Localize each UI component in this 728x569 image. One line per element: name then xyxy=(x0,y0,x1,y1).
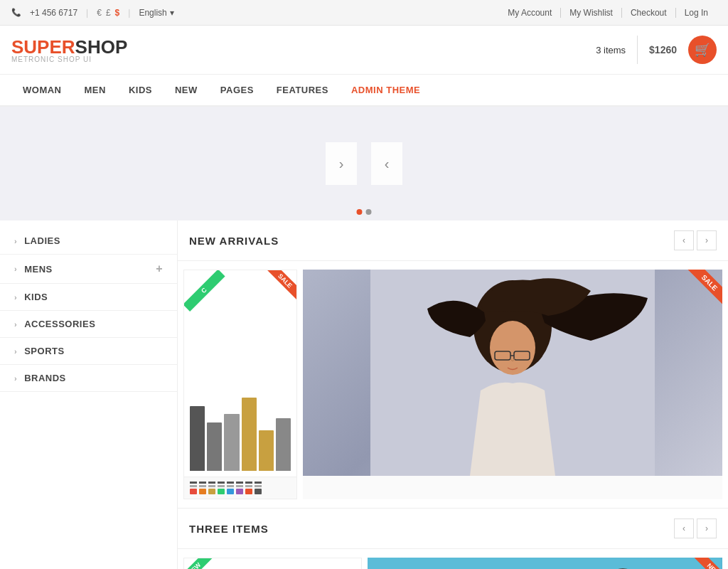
top-bar-left: 📞 +1 456 6717 | € £ $ | English ▾ xyxy=(11,8,174,18)
sidebar-item-mens-label: MENS xyxy=(24,264,53,275)
cart-icon: 🛒 xyxy=(695,42,710,58)
chevron-right-icon-6: › xyxy=(14,374,17,383)
new-arrivals-grid: C SALE xyxy=(178,261,728,508)
currency-group: € £ $ xyxy=(97,8,119,18)
three-item-card-1[interactable]: NEW xyxy=(183,558,362,569)
color-bar-6 xyxy=(276,418,291,471)
slider-next-arrow[interactable]: › xyxy=(326,142,357,185)
three-items-nav: ‹ › xyxy=(674,519,717,538)
three-items-prev[interactable]: ‹ xyxy=(674,519,694,538)
slider-dot-1[interactable] xyxy=(357,209,363,215)
product-card-featured[interactable]: SALE xyxy=(303,270,722,499)
three-items-header: THREE ITEMS ‹ › xyxy=(178,509,728,549)
slider-dots xyxy=(357,209,372,215)
sale-badge: SALE xyxy=(267,270,296,299)
three-items-title: THREE ITEMS xyxy=(189,523,269,535)
nav-kids[interactable]: KIDS xyxy=(117,75,164,105)
currency-gbp[interactable]: £ xyxy=(106,8,111,18)
sidebar-item-kids[interactable]: › KIDS xyxy=(0,284,177,311)
nav-new[interactable]: NEW xyxy=(164,75,209,105)
sidebar-item-brands[interactable]: › BRANDS xyxy=(0,365,177,392)
cart-price: $1260 xyxy=(649,44,677,55)
sidebar-item-sports-label: SPORTS xyxy=(24,346,64,356)
cart-area: 3 items $1260 🛒 xyxy=(596,36,717,64)
slider-dot-2[interactable] xyxy=(366,209,372,215)
cart-item-count: 3 items xyxy=(596,45,626,55)
chevron-down-icon: ▾ xyxy=(170,8,174,18)
nav-pages[interactable]: PAGES xyxy=(209,75,265,105)
sidebar-item-sports[interactable]: › SPORTS xyxy=(0,338,177,365)
nav-admin-theme[interactable]: ADMIN THEME xyxy=(340,75,432,105)
logo[interactable]: SUPERSHOP METRONIC SHOP UI xyxy=(11,36,127,63)
chevron-right-icon-5: › xyxy=(14,347,17,356)
swatch-1 xyxy=(190,482,197,484)
new-arrivals-next[interactable]: › xyxy=(697,230,717,250)
hero-slider: › ‹ xyxy=(0,107,728,220)
swatches-area-1 xyxy=(184,477,296,499)
new-arrivals-header: NEW ARRIVALS ‹ › xyxy=(178,220,728,261)
featured-product-image xyxy=(303,270,722,476)
logo-shop: SHOP xyxy=(75,36,128,58)
sidebar: › LADIES › MENS + › KIDS › ACCESSORIES xyxy=(0,220,178,569)
currency-eur[interactable]: € xyxy=(97,8,102,18)
fashion-woman-svg xyxy=(303,270,722,476)
sidebar-item-ladies[interactable]: › LADIES xyxy=(0,228,177,255)
color-bar-1 xyxy=(190,406,205,471)
new-arrivals-title: NEW ARRIVALS xyxy=(189,235,279,247)
my-wishlist-link[interactable]: My Wishlist xyxy=(561,8,622,18)
color-bar-3 xyxy=(224,414,239,471)
woman-hat-svg xyxy=(368,558,722,569)
three-items-grid: NEW xyxy=(178,549,728,569)
sidebar-item-kids-label: KIDS xyxy=(24,292,48,302)
three-item-card-2[interactable]: NEW xyxy=(368,558,722,569)
cart-count: 3 xyxy=(596,45,601,55)
new-badge-item2: NEW xyxy=(694,558,722,569)
language-label: English xyxy=(139,8,166,18)
sale-badge-featured: SALE xyxy=(687,270,722,305)
cart-separator xyxy=(637,36,638,64)
header: SUPERSHOP METRONIC SHOP UI 3 items $1260… xyxy=(0,26,728,75)
nav-features[interactable]: FEATURES xyxy=(265,75,340,105)
plus-icon[interactable]: + xyxy=(156,262,163,275)
separator1: | xyxy=(86,8,88,18)
svg-rect-6 xyxy=(368,558,722,569)
cart-button[interactable]: 🛒 xyxy=(688,36,717,64)
color-bar-2 xyxy=(207,422,222,471)
sidebar-item-mens[interactable]: › MENS + xyxy=(0,255,177,284)
svg-point-2 xyxy=(490,321,535,375)
login-link[interactable]: Log In xyxy=(676,8,717,18)
logo-super: SUPER xyxy=(11,36,75,58)
checkout-link[interactable]: Checkout xyxy=(622,8,676,18)
color-bar-4 xyxy=(242,398,257,471)
chevron-right-icon-3: › xyxy=(14,293,17,302)
separator2: | xyxy=(128,8,130,18)
sidebar-item-accessories[interactable]: › ACCESSORIES xyxy=(0,311,177,338)
new-arrivals-nav: ‹ › xyxy=(674,230,717,250)
top-bar: 📞 +1 456 6717 | € £ $ | English ▾ My Acc… xyxy=(0,0,728,26)
language-selector[interactable]: English ▾ xyxy=(139,8,173,18)
phone-number: +1 456 6717 xyxy=(30,8,77,18)
cart-info: 3 items xyxy=(596,45,626,55)
cart-items-label: items xyxy=(604,45,626,55)
color-bar-5 xyxy=(259,430,274,471)
currency-usd[interactable]: $ xyxy=(115,8,120,18)
product-card-1[interactable]: C SALE xyxy=(183,270,297,499)
woman-hat-photo xyxy=(368,558,722,569)
new-arrivals-prev[interactable]: ‹ xyxy=(674,230,694,250)
slider-prev-arrow[interactable]: ‹ xyxy=(371,142,402,185)
slider-content: › ‹ xyxy=(0,107,728,220)
three-items-next[interactable]: › xyxy=(697,519,717,538)
chevron-right-icon-4: › xyxy=(14,320,17,329)
new-badge-item1: NEW xyxy=(184,558,214,569)
nav-men[interactable]: MEN xyxy=(73,75,117,105)
three-items-section: THREE ITEMS ‹ › NEW xyxy=(178,508,728,569)
chevron-right-icon-2: › xyxy=(14,265,17,273)
main-content: › LADIES › MENS + › KIDS › ACCESSORIES xyxy=(0,220,728,569)
chevron-right-icon: › xyxy=(14,237,17,245)
sidebar-item-accessories-label: ACCESSORIES xyxy=(24,319,95,329)
top-bar-right: My Account My Wishlist Checkout Log In xyxy=(499,8,717,18)
sidebar-item-brands-label: BRANDS xyxy=(24,373,66,383)
my-account-link[interactable]: My Account xyxy=(499,8,561,18)
phone-icon: 📞 xyxy=(11,8,21,17)
nav-woman[interactable]: WOMAN xyxy=(11,75,73,105)
